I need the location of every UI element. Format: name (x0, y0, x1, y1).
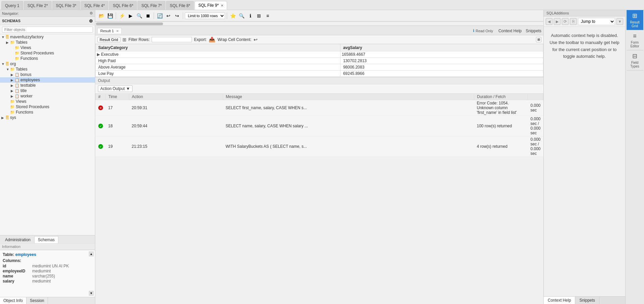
tree-item-storedproc1[interactable]: ▶ 📁 Stored Procedures (0, 50, 95, 56)
tab-sqlfile8[interactable]: SQL File 8* (166, 1, 194, 10)
tab-object-info[interactable]: Object Info (0, 297, 26, 304)
tree-item-views2[interactable]: ▶ 📁 Views (0, 99, 95, 104)
tree-item-functions1[interactable]: ▶ 📁 Functions (0, 56, 95, 61)
schemas-add-icon[interactable]: ⊕ (89, 18, 93, 24)
output-panel: Output Action Output ▼ # Time Action Mes… (95, 77, 543, 157)
right-nav: ◀ ▶ ⟳ ⎘ Jump to ▼ (544, 16, 625, 27)
explain-btn[interactable]: 🔍 (135, 12, 143, 20)
tree-item-bonus[interactable]: ▶ 📋 bonus (0, 72, 95, 77)
schemas-header: SCHEMAS ⊕ (0, 17, 95, 25)
editor-toolbar: 📂 💾 ⚡ ▶ 🔍 ⏹ 🔄 ↩ ↪ Limit to 1000 rows ⭐ 🔍… (95, 10, 543, 21)
grid-view-btn[interactable]: ⊞ (536, 37, 541, 42)
tab-sqlfile9[interactable]: SQL File 9* ✕ (195, 1, 227, 10)
tree-item-storedproc2[interactable]: ▶ 📁 Stored Procedures (0, 104, 95, 110)
tree-item-testtable[interactable]: ▶ 📋 testtable (0, 83, 95, 88)
field-types-side-btn[interactable]: ⊟ Field Types (627, 50, 643, 71)
snippets-tab[interactable]: Snippets (526, 29, 541, 33)
snippets-tab-btn[interactable]: Snippets (575, 297, 599, 304)
wrap-icon[interactable]: ↩ (254, 37, 258, 42)
navigator-options-icon[interactable]: ⚙ (90, 11, 93, 15)
wrap-label: Wrap Cell Content: (217, 37, 251, 42)
result-tab-1[interactable]: Result 1 ✕ (97, 28, 122, 34)
tab-close-icon[interactable]: ✕ (221, 4, 223, 7)
col-employeeid: employeeID mediumint (3, 269, 92, 273)
info-btn[interactable]: ℹ (246, 12, 254, 20)
favorites-btn[interactable]: ⭐ (229, 12, 237, 20)
jump-to-dropdown-btn[interactable]: ▼ (616, 18, 623, 25)
ok-icon: ✓ (98, 144, 103, 149)
tree-item-worker[interactable]: ▶ 📋 worker (0, 93, 95, 99)
table-row[interactable]: High Paid 130702.2813 (96, 58, 543, 64)
action-output-dropdown[interactable]: Action Output ▼ (98, 85, 132, 92)
row-arrow-icon: ▶ (97, 52, 101, 57)
form-editor-side-btn[interactable]: ≡ Form Editor (627, 30, 643, 50)
hscroll-thumb[interactable] (96, 23, 163, 25)
columns-grid: id mediumint UN AI PK employeeID mediumi… (3, 264, 92, 284)
tab-schemas[interactable]: Schemas (34, 236, 58, 243)
tree-item-employees[interactable]: ▶ 📋 employees (0, 77, 95, 83)
tab-query1[interactable]: Query 1 (1, 1, 23, 10)
table-row[interactable]: Low Pay 69245.8966 (96, 71, 543, 77)
folder-icon: 📁 (10, 99, 15, 104)
export-icon[interactable]: 📤 (209, 36, 215, 43)
table-row[interactable]: Above Average 98006.2083 (96, 64, 543, 71)
tree-item-mavenfuzzyfactory[interactable]: ▼ 🗄 mavenfuzzyfactory (0, 34, 95, 40)
save-btn[interactable]: 💾 (106, 12, 114, 20)
more-btn[interactable]: ≡ (264, 12, 272, 20)
info-scroll-up[interactable]: ▲ (89, 252, 94, 256)
nav-refresh-btn[interactable]: ⟳ (562, 18, 569, 25)
dropdown-arrow-icon: ▼ (126, 86, 130, 91)
search-btn[interactable]: 🔍 (237, 12, 246, 20)
tab-sqlfile6[interactable]: SQL File 6* (109, 1, 137, 10)
tree-item-sys[interactable]: ▶ 🗄 sys (0, 115, 95, 120)
tree-item-title[interactable]: ▶ 📋 title (0, 88, 95, 93)
field-types-icon: ⊟ (632, 52, 637, 60)
db-icon: 🗄 (5, 35, 9, 39)
tab-sqlfile7[interactable]: SQL File 7* (138, 1, 165, 10)
tab-administration[interactable]: Administration (1, 236, 34, 243)
undo-btn[interactable]: ↩ (164, 12, 172, 20)
result-grid-side-btn[interactable]: ⊞ Result Grid (627, 10, 643, 30)
nav-forward-btn[interactable]: ▶ (554, 18, 560, 25)
tab-session[interactable]: Session (26, 297, 48, 304)
redo-btn[interactable]: ↪ (173, 12, 181, 20)
nav-copy-btn[interactable]: ⎘ (570, 18, 577, 25)
tab-sqlfile3[interactable]: SQL File 3* (52, 1, 80, 10)
info-scroll-down[interactable]: ▼ (89, 291, 94, 296)
expand-icon: ▼ (1, 35, 5, 39)
result-tab-close-icon[interactable]: ✕ (116, 29, 119, 33)
result-tabs-bar: Result 1 ✕ ℹ Read Only Context Help Snip… (95, 26, 543, 35)
nav-back-btn[interactable]: ◀ (546, 18, 552, 25)
context-help-text: Automatic context help is disabled. Use … (544, 27, 625, 66)
expand-icon: ▶ (11, 84, 15, 87)
execute-btn[interactable]: ⚡ (118, 12, 126, 20)
editor-hscroll[interactable] (95, 21, 543, 26)
filter-input[interactable] (2, 27, 93, 33)
filter-rows-icon: ⊞ (122, 37, 126, 42)
tree-item-functions2[interactable]: ▶ 📁 Functions (0, 110, 95, 115)
toggle-btn[interactable]: 🔄 (156, 12, 164, 20)
format-btn[interactable]: ⊞ (255, 12, 263, 20)
tree-item-tables1[interactable]: ▶ 📁 Tables (0, 40, 95, 45)
filter-rows-input[interactable] (152, 37, 192, 42)
sep3 (183, 12, 183, 19)
limit-select[interactable]: Limit to 1000 rows (185, 12, 225, 19)
result-area: Result 1 ✕ ℹ Read Only Context Help Snip… (95, 26, 543, 77)
table-row[interactable]: ▶ Executive 165869.4667 (96, 51, 543, 58)
stop-btn[interactable]: ⏹ (144, 12, 152, 20)
tree-item-views1[interactable]: ▶ 📁 Views (0, 45, 95, 50)
expand-icon: ▶ (11, 94, 15, 98)
tree-item-tables2[interactable]: ▼ 📁 Tables (0, 67, 95, 72)
result-grid-btn[interactable]: Result Grid (97, 37, 120, 42)
open-file-btn[interactable]: 📂 (97, 12, 105, 20)
tab-sqlfile4[interactable]: SQL File 4* (81, 1, 109, 10)
tree-item-org[interactable]: ▼ 🗄 org (0, 61, 95, 67)
output-header: Output (95, 77, 543, 84)
jump-to-select[interactable]: Jump to (578, 18, 615, 25)
context-help-tab-btn[interactable]: Context Help (544, 297, 575, 304)
center-panel: 📂 💾 ⚡ ▶ 🔍 ⏹ 🔄 ↩ ↪ Limit to 1000 rows ⭐ 🔍… (95, 10, 543, 304)
execute-current-btn[interactable]: ▶ (126, 12, 135, 20)
tab-bar: Query 1 SQL File 2* SQL File 3* SQL File… (0, 0, 644, 10)
tab-sqlfile2[interactable]: SQL File 2* (24, 1, 52, 10)
context-help-tab[interactable]: Context Help (498, 29, 522, 33)
